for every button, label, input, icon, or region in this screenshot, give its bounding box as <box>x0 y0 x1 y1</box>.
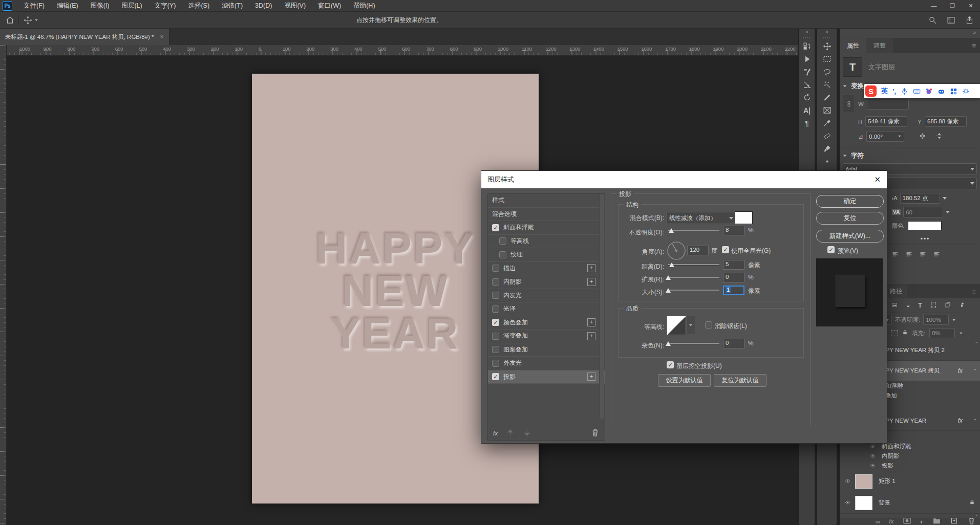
dialog-close-icon[interactable]: ✕ <box>874 175 881 184</box>
style-item-光泽[interactable]: 光泽 <box>488 302 605 316</box>
knockout-checkbox[interactable]: ✓ <box>667 361 674 368</box>
add-instance-icon[interactable]: + <box>587 332 595 340</box>
angle-value-field[interactable]: 120 <box>687 246 709 255</box>
chevron-down-icon[interactable] <box>943 197 947 200</box>
size-value-field[interactable]: 1 <box>723 286 744 295</box>
style-checkbox[interactable] <box>499 237 506 245</box>
menu-选择(S)[interactable]: 选择(S) <box>182 2 216 10</box>
opacity-field[interactable]: 100% <box>923 315 949 325</box>
style-item-等高线[interactable]: 等高线 <box>488 235 605 249</box>
style-item-渐变叠加[interactable]: 渐变叠加+ <box>488 330 605 343</box>
ime-mic-icon[interactable] <box>901 88 908 95</box>
marquee-tool-icon[interactable] <box>820 53 834 65</box>
add-mask-icon[interactable] <box>903 518 911 525</box>
style-checkbox-checked[interactable]: ✓ <box>492 319 499 326</box>
layer-row-投影[interactable]: 投影 <box>840 461 980 471</box>
move-effect-down-icon[interactable] <box>523 428 531 439</box>
section-collapse-icon[interactable] <box>843 85 846 88</box>
filter-shape-icon[interactable] <box>930 302 936 310</box>
visibility-eye-icon[interactable] <box>844 478 851 485</box>
more-options-icon[interactable]: ••• <box>874 235 977 243</box>
filter-adj-icon[interactable]: ◒ <box>906 302 910 309</box>
style-checkbox[interactable] <box>499 251 506 258</box>
align-left-icon[interactable] <box>892 251 899 259</box>
scroll-up-icon[interactable]: ⌃ <box>974 341 978 346</box>
wand-tool-icon[interactable] <box>820 78 834 91</box>
layer-row-背景[interactable]: 背景 <box>840 492 980 514</box>
collapse-toolbar-icon[interactable]: « <box>825 29 828 36</box>
layer-fx-badge[interactable]: fx <box>958 417 963 424</box>
style-item-外发光[interactable]: 外发光 <box>488 357 605 370</box>
workspace-icon[interactable] <box>945 14 956 26</box>
menu-图层(L)[interactable]: 图层(L) <box>115 2 148 10</box>
dialog-title-bar[interactable]: 图层样式 ✕ <box>481 171 887 188</box>
antialias-checkbox[interactable] <box>705 321 712 329</box>
style-checkbox[interactable] <box>492 333 499 340</box>
flip-vertical-icon[interactable] <box>935 132 943 141</box>
add-instance-icon[interactable]: + <box>587 318 595 326</box>
preview-checkbox[interactable]: ✓ <box>827 246 835 253</box>
style-checkbox[interactable] <box>492 360 499 367</box>
add-instance-icon[interactable]: + <box>587 264 595 272</box>
dot-tool-icon[interactable] <box>820 155 834 168</box>
style-item-样式[interactable]: 样式 <box>488 194 605 208</box>
document-tab-close-icon[interactable]: × <box>160 33 164 40</box>
share-icon[interactable] <box>964 14 975 26</box>
width-field[interactable] <box>867 99 909 110</box>
typeA-tool-icon[interactable]: A| <box>800 104 814 117</box>
link-dimensions-icon[interactable] <box>843 95 855 113</box>
font-size-field[interactable]: 180.52 点 <box>900 193 940 204</box>
tracking-field[interactable]: 60 <box>903 207 943 217</box>
menu-滤镜(T)[interactable]: 滤镜(T) <box>216 2 249 10</box>
blend-mode-dropdown[interactable]: 线性减淡（添加） <box>667 212 736 224</box>
delete-effect-icon[interactable] <box>591 428 600 439</box>
style-item-颜色叠加[interactable]: ✓颜色叠加+ <box>488 316 605 330</box>
style-checkbox-checked[interactable]: ✓ <box>492 373 499 380</box>
spread-slider[interactable] <box>668 274 719 281</box>
photoshop-logo[interactable]: Ps <box>3 1 12 11</box>
shadow-color-swatch[interactable] <box>735 211 753 224</box>
layer-fx-badge[interactable]: fx <box>958 367 963 375</box>
align-center-icon[interactable] <box>906 251 912 259</box>
style-checkbox[interactable] <box>492 265 499 272</box>
style-checkbox-checked[interactable]: ✓ <box>492 224 499 231</box>
reset-button[interactable]: 复位 <box>816 212 884 225</box>
add-instance-icon[interactable]: + <box>587 373 595 381</box>
para-tool-icon[interactable]: ¶ <box>800 117 814 129</box>
tab-properties[interactable]: 属性 <box>840 38 866 53</box>
height-field[interactable]: 549.41 像素 <box>865 116 907 127</box>
collapse-effects-icon[interactable]: ⌃ <box>973 368 977 374</box>
collapse-effects-icon[interactable]: ⌃ <box>973 418 977 423</box>
style-item-纹理[interactable]: 纹理 <box>488 248 605 262</box>
move-effect-up-icon[interactable] <box>506 428 515 439</box>
opacity-value-field[interactable]: 8 <box>723 226 744 235</box>
ime-punctuation-icon[interactable]: ’, <box>892 88 896 95</box>
menu-图像(I)[interactable]: 图像(I) <box>84 2 116 10</box>
frame-tool-icon[interactable] <box>820 104 834 117</box>
scroll-down-icon[interactable]: ⌄ <box>974 512 978 517</box>
size-slider[interactable] <box>668 287 719 294</box>
filter-type-icon[interactable]: T <box>918 302 922 309</box>
history-tool-icon[interactable] <box>800 40 814 53</box>
spread-value-field[interactable]: 0 <box>723 273 744 282</box>
add-effect-fx-icon[interactable]: fx <box>493 430 498 437</box>
move-tool-icon[interactable] <box>820 40 834 53</box>
layers-menu-icon[interactable]: ≡ <box>972 288 976 296</box>
set-default-button[interactable]: 设置为默认值 <box>658 374 711 387</box>
brush-tool-icon[interactable] <box>820 142 834 155</box>
menu-窗口(W)[interactable]: 窗口(W) <box>312 2 347 10</box>
ime-toolbar[interactable]: S 英 ’, <box>864 84 980 98</box>
menu-视图(V)[interactable]: 视图(V) <box>278 2 312 10</box>
chevron-down-icon[interactable] <box>970 168 974 170</box>
search-icon[interactable] <box>927 14 938 26</box>
adjustment-layer-icon[interactable]: ◐ <box>920 518 924 525</box>
filter-smart-icon[interactable] <box>945 302 951 310</box>
add-instance-icon[interactable]: + <box>587 278 595 286</box>
layer-thumbnail[interactable] <box>855 474 872 489</box>
y-field[interactable]: 685.88 像素 <box>925 116 967 127</box>
visibility-eye-icon[interactable] <box>869 463 877 470</box>
move-tool-icon[interactable] <box>22 14 33 26</box>
brushpreset-tool-icon[interactable] <box>800 78 814 91</box>
collapse-toolbar-icon[interactable]: « <box>805 29 808 36</box>
filter-pin-icon[interactable] <box>959 302 965 310</box>
